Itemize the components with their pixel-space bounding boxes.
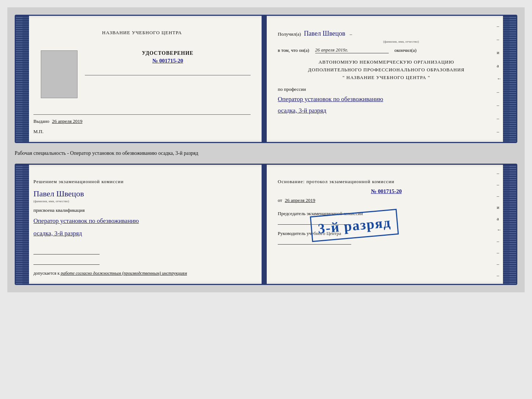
received-prefix: Получил(а) xyxy=(278,31,301,37)
protocol-number: № 001715-20 xyxy=(278,188,495,195)
left-stripe-bottom xyxy=(16,165,22,284)
osnov-text: Основание: протокол экзаменационной коми… xyxy=(278,179,495,185)
fio-caption-top: (фамилия, имя, отчество) xyxy=(307,40,495,43)
decision-text: Решением экзаменационной комиссии xyxy=(33,179,251,185)
top-doc-right: Получил(а) Павел Швецов – (фамилия, имя,… xyxy=(267,16,510,142)
right-stripe-bottom xyxy=(510,165,516,284)
qualification-line1: Оператор установок по обезвоживанию xyxy=(33,215,251,227)
cert-label: УДОСТОВЕРЕНИЕ xyxy=(85,50,251,56)
top-document: НАЗВАНИЕ УЧЕБНОГО ЦЕНТРА УДОСТОВЕРЕНИЕ №… xyxy=(15,15,517,143)
ot-line: от 26 апреля 2019 xyxy=(278,197,495,203)
profession-line1: Оператор установок по обезвоживанию xyxy=(278,94,495,105)
right-margin-bottom: – – – и а ← – – – – xyxy=(497,165,502,284)
sig-line-1 xyxy=(33,247,100,254)
org-line2: ДОПОЛНИТЕЛЬНОГО ПРОФЕССИОНАЛЬНОГО ОБРАЗО… xyxy=(278,66,495,74)
center-title: НАЗВАНИЕ УЧЕБНОГО ЦЕНТРА xyxy=(102,30,182,36)
org-line1: АВТОНОМНУЮ НЕКОММЕРЧЕСКУЮ ОРГАНИЗАЦИЮ xyxy=(278,58,495,66)
qualification-line2: осадка, 3-й разряд xyxy=(33,227,251,240)
ot-prefix: от xyxy=(278,197,282,203)
right-stripe-top xyxy=(510,16,516,142)
protocol-prefix: № xyxy=(371,188,377,194)
completion-date: 26 апреля 2019г. xyxy=(315,47,389,53)
mp-line: М.П. xyxy=(33,129,43,135)
issued-divider xyxy=(33,114,251,115)
issued-label: Выдано xyxy=(33,118,49,124)
bottom-doc-right: Основание: протокол экзаменационной коми… xyxy=(267,165,510,284)
rukov-sig-block xyxy=(278,238,495,245)
issued-line: Выдано 26 апреля 2019 xyxy=(33,118,251,124)
допуск-text: допускается к работе согласно должностны… xyxy=(33,270,251,277)
fio-caption-bottom: (фамилия, имя, отчество) xyxy=(33,199,251,203)
person-name: Павел Швецов xyxy=(33,189,251,199)
cert-number: № 001715-20 xyxy=(85,58,251,64)
profession-line2: осадка, 3-й разряд xyxy=(278,105,495,117)
org-block: АВТОНОМНУЮ НЕКОММЕРЧЕСКУЮ ОРГАНИЗАЦИЮ ДО… xyxy=(278,58,495,81)
completed-suffix: окончил(а) xyxy=(395,47,417,53)
issued-date: 26 апреля 2019 xyxy=(52,118,83,124)
допуск-prefix: допускается к xyxy=(33,271,60,276)
between-text: Рабочая специальность - Оператор установ… xyxy=(15,150,517,157)
cert-number-value: 001715-20 xyxy=(159,58,183,64)
допуск-detail: работе согласно должностным (производств… xyxy=(61,271,187,276)
protocol-number-value: 001715-20 xyxy=(378,188,402,194)
stamp-text: 3-й разряд xyxy=(317,214,391,236)
spine-bottom xyxy=(262,165,267,284)
left-stripe xyxy=(16,16,22,142)
assigned-label: присвоена квалификация xyxy=(33,207,251,213)
sig-line-2 xyxy=(33,257,100,265)
org-line3: " НАЗВАНИЕ УЧЕБНОГО ЦЕНТРА " xyxy=(278,74,495,82)
bottom-document: Решением экзаменационной комиссии Павел … xyxy=(15,164,517,285)
photo-placeholder xyxy=(41,50,78,98)
spine xyxy=(262,16,267,142)
in-that-prefix: в том, что он(а) xyxy=(278,47,309,53)
profession-label: по профессии xyxy=(278,86,495,92)
top-doc-left: НАЗВАНИЕ УЧЕБНОГО ЦЕНТРА УДОСТОВЕРЕНИЕ №… xyxy=(22,16,262,142)
ot-date: 26 апреля 2019 xyxy=(285,197,315,203)
right-margin-top: – – и а ← – – – – xyxy=(497,16,502,142)
cert-divider xyxy=(85,75,251,75)
page-wrapper: НАЗВАНИЕ УЧЕБНОГО ЦЕНТРА УДОСТОВЕРЕНИЕ №… xyxy=(7,7,525,292)
signature-lines xyxy=(33,247,251,265)
completed-line: в том, что он(а) 26 апреля 2019г. окончи… xyxy=(278,47,495,53)
recipient-name: Павел Швецов xyxy=(304,30,345,38)
dash1: – xyxy=(350,31,352,37)
cert-number-prefix: № xyxy=(152,58,158,64)
received-line: Получил(а) Павел Швецов – xyxy=(278,30,495,38)
bottom-doc-left: Решением экзаменационной комиссии Павел … xyxy=(22,165,262,284)
